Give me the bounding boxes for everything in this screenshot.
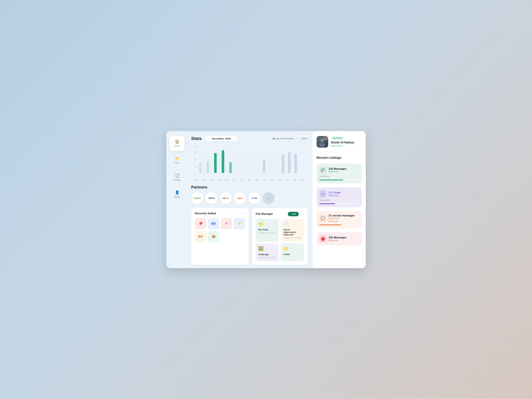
- month-label-jan: Jan: [193, 179, 200, 181]
- sidebar-item-home[interactable]: 🏠 Home: [170, 136, 184, 151]
- file-card-image[interactable]: 🖼️ Image.jpg created Jun 23, 2019: [256, 244, 279, 261]
- sidebar-item-listings[interactable]: 📋 Listings: [170, 170, 184, 185]
- listing-card-unread[interactable]: 💬 37 unread messages Read now › Read now: [317, 211, 362, 228]
- svg-rect-28: [288, 152, 291, 173]
- partner-typeform[interactable]: Typeform|: [205, 192, 217, 204]
- listing-info-1: 12k Messages Read now ›: [329, 167, 359, 173]
- right-panel: 634 Points Shekh Al Raihan View Profile …: [313, 131, 366, 268]
- listing-action-2[interactable]: Read now ›: [329, 194, 359, 197]
- svg-rect-26: [275, 158, 278, 173]
- month-label-jun2: Jun: [283, 179, 291, 181]
- home-icon: 🏠: [175, 139, 179, 144]
- listing-card-gsuite[interactable]: G G G Suite Read now › 23 Accounts: [317, 187, 362, 207]
- avatar: [317, 136, 328, 148]
- file-card-folder2[interactable]: 📁 Folder: [281, 244, 304, 261]
- svg-rect-11: [202, 158, 204, 173]
- bar-chart: 20k 15k 10k 5k 1k: [191, 145, 308, 178]
- partner-gsuite[interactable]: GSuite: [248, 192, 260, 204]
- app-mailchimp[interactable]: 🐵: [208, 231, 219, 242]
- month-label-apr: Apr: [215, 179, 223, 181]
- legend-label-offers: Offers: [302, 137, 308, 140]
- listings-icon: 📋: [175, 173, 179, 178]
- progress-bar-3: [319, 224, 359, 225]
- profile-name: Shekh Al Raihan: [331, 141, 362, 144]
- svg-rect-13: [209, 156, 212, 173]
- month-label-jun: Jun: [231, 179, 238, 181]
- file-card-myfolder[interactable]: 📁 My Folder created Jun 23, 2019: [256, 219, 279, 241]
- listing-sub-2: 23 Accounts: [319, 199, 359, 201]
- app-behance2[interactable]: Bē: [195, 231, 206, 242]
- folder-icon-1: 📁: [258, 222, 276, 227]
- progress-fill-1: [319, 180, 343, 180]
- chart-legend: Last Three Months Offers: [273, 137, 308, 140]
- app-zendesk[interactable]: ⚡: [234, 218, 245, 229]
- app-container: 🏠 Home 📁 Files 📋 Listings 👤 Clients Stat…: [166, 131, 366, 268]
- svg-text:20k: 20k: [194, 146, 196, 147]
- listing-action-4[interactable]: Read now: [329, 239, 359, 241]
- partner-ofspace[interactable]: ofsp_ce: [220, 192, 232, 204]
- month-label-aug: Aug: [246, 179, 253, 181]
- date-display: December, 2020: [212, 137, 231, 140]
- file-name-3: Image.jpg: [258, 253, 276, 255]
- sidebar-item-clients[interactable]: 👤 Clients: [170, 187, 184, 202]
- svg-rect-18: [229, 162, 232, 173]
- svg-rect-36: [323, 169, 324, 170]
- svg-rect-24: [263, 160, 265, 173]
- stats-header: Stats ‹ December, 2020 › Last Three Mont…: [191, 136, 308, 141]
- listing-info-4: 12k Messages Read now: [329, 236, 359, 241]
- recently-added-header: Recently Added ···: [195, 212, 245, 215]
- month-label-mar: Mar: [208, 179, 215, 181]
- partner-add-button[interactable]: +: [263, 192, 275, 204]
- sidebar-item-files[interactable]: 📁 Files: [170, 153, 184, 168]
- points-badge: 634 Points: [331, 137, 344, 140]
- date-next-button[interactable]: ›: [232, 137, 235, 140]
- progress-fill-3: [319, 224, 341, 225]
- partners-title: Partners: [191, 185, 308, 190]
- listing-action-1[interactable]: Read now ›: [329, 171, 359, 173]
- svg-rect-14: [214, 153, 217, 173]
- month-label-jul: Jul: [238, 179, 246, 181]
- sidebar-label-home: Home: [174, 145, 180, 147]
- chevron-right-icon: ›: [343, 145, 343, 147]
- listing-card-messages2[interactable]: 🔴 12k Messages Read now: [317, 232, 362, 246]
- legend-dot-green: [273, 138, 274, 139]
- sidebar-label-listings: Listings: [173, 179, 181, 181]
- sidebar-label-clients: Clients: [174, 196, 180, 198]
- listing-header-2: G G G Suite Read now ›: [319, 190, 359, 198]
- month-label-oct: Oct: [261, 179, 268, 181]
- partner-zapier[interactable]: zapier: [234, 192, 246, 204]
- file-manager-panel: File Manager + Add ··· 📁 My Folder creat…: [252, 208, 308, 265]
- file-date-2: created Jun 23, 2019: [284, 237, 301, 239]
- file-card-agreement[interactable]: 📄 House Aggreement Paper.pdf created Jun…: [281, 219, 304, 241]
- svg-rect-27: [282, 155, 284, 173]
- listing-logo-red: 🔴: [319, 235, 327, 243]
- app-behance[interactable]: Bē: [208, 218, 219, 229]
- partner-freeagent[interactable]: freeagent: [191, 192, 203, 204]
- view-profile-link[interactable]: View Profile ›: [331, 145, 362, 147]
- listing-action-3[interactable]: Read now ›: [329, 217, 359, 220]
- listing-logo-chat: 💬: [319, 215, 327, 222]
- file-grid: 📁 My Folder created Jun 23, 2019 📄 House…: [256, 219, 304, 261]
- recently-added-more-button[interactable]: ···: [241, 212, 245, 215]
- svg-rect-15: [217, 158, 219, 173]
- file-add-button[interactable]: + Add: [288, 212, 299, 216]
- app-foursquare[interactable]: 📌: [195, 218, 206, 229]
- svg-rect-25: [269, 157, 272, 173]
- listing-info-3: 37 unread messages Read now › Read now: [329, 214, 359, 222]
- file-date-1: created Jun 23, 2019: [258, 232, 276, 234]
- listing-action-3b[interactable]: Read now: [329, 220, 359, 222]
- listing-card-messages[interactable]: 12k Messages Read now › Last Month: [317, 164, 362, 183]
- listing-action2-label-3: Read now: [329, 220, 338, 222]
- progress-bar-2: [319, 203, 359, 204]
- listing-action-label-4: Read now: [329, 239, 338, 241]
- file-manager-more-button[interactable]: ···: [300, 212, 304, 216]
- stats-section: Stats ‹ December, 2020 › Last Three Mont…: [191, 136, 308, 181]
- app-notarize[interactable]: ✳: [221, 218, 232, 229]
- bottom-row: Recently Added ··· 📌 Bē ✳ ⚡: [191, 208, 308, 265]
- notarize-icon: ✳: [225, 222, 228, 226]
- date-prev-button[interactable]: ‹: [208, 137, 211, 140]
- legend-offers: Offers: [296, 137, 308, 140]
- zendesk-icon: ⚡: [237, 222, 242, 226]
- listing-info-2: G G Suite Read now ›: [329, 191, 359, 197]
- svg-rect-23: [257, 158, 259, 173]
